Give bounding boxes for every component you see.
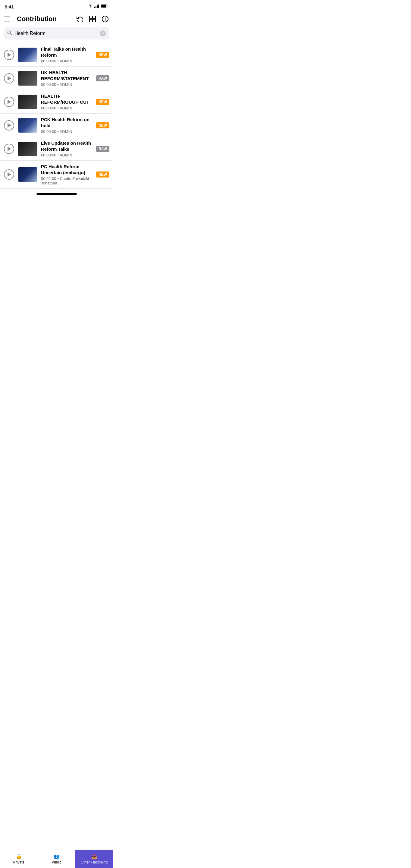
thumbnail-2 — [18, 71, 37, 86]
play-triangle-4 — [7, 123, 11, 127]
svg-rect-10 — [93, 19, 96, 22]
battery-icon — [101, 4, 108, 9]
play-icon-6 — [4, 169, 14, 180]
thumbnail-3 — [18, 95, 37, 109]
svg-rect-3 — [97, 5, 98, 8]
svg-line-15 — [10, 34, 12, 35]
signal-icon — [94, 4, 99, 9]
search-bar[interactable]: ✕ — [4, 27, 109, 39]
status-icons — [88, 4, 108, 9]
item-info-1: Final Talks on Health Reform 00:00:00 • … — [41, 46, 93, 63]
item-info-4: PCK Health Reform on hold 00:00:00 • ADM… — [41, 117, 93, 134]
search-icon — [7, 30, 12, 36]
item-info-6: PC Health Reform Uncertain (embargo) 00:… — [41, 164, 93, 185]
play-icon-1 — [4, 50, 14, 60]
page-title: Contribution — [17, 15, 72, 23]
add-button[interactable] — [101, 15, 109, 23]
grid-view-button[interactable] — [88, 15, 97, 23]
item-meta-5: 00:00:00 • ADMIN — [41, 153, 93, 157]
thumbnail-5 — [18, 142, 37, 156]
item-info-3: HEALTH-REFORM/ROUGH CUT 00:00:00 • ADMIN — [41, 93, 93, 110]
play-icon-3 — [4, 96, 14, 107]
item-info-5: Live Updates on Health Reform Talks 00:0… — [41, 140, 93, 157]
thumbnail-4 — [18, 118, 37, 133]
list-item[interactable]: PCK Health Reform on hold 00:00:00 • ADM… — [0, 114, 113, 137]
play-triangle-3 — [7, 100, 11, 104]
play-triangle-6 — [7, 173, 11, 177]
play-triangle-1 — [7, 53, 11, 57]
svg-rect-2 — [96, 6, 96, 8]
item-badge-4: NEW — [96, 122, 109, 128]
list-item[interactable]: HEALTH-REFORM/ROUGH CUT 00:00:00 • ADMIN… — [0, 90, 113, 114]
play-circle-5 — [4, 144, 14, 154]
status-bar: 9:41 — [0, 0, 113, 12]
item-meta-2: 00:00:00 • ADMIN — [41, 82, 93, 87]
header-actions — [76, 15, 109, 23]
item-badge-3: NEW — [96, 99, 109, 105]
item-meta-4: 00:00:00 • ADMIN — [41, 129, 93, 134]
play-triangle-5 — [7, 147, 11, 151]
item-title-6: PC Health Reform Uncertain (embargo) — [41, 164, 93, 176]
item-badge-1: NEW — [96, 52, 109, 58]
thumbnail-6 — [18, 167, 37, 182]
search-clear-button[interactable]: ✕ — [100, 30, 106, 36]
item-title-3: HEALTH-REFORM/ROUGH CUT — [41, 93, 93, 105]
play-circle-4 — [4, 120, 14, 130]
list-item[interactable]: PC Health Reform Uncertain (embargo) 00:… — [0, 161, 113, 189]
svg-point-0 — [90, 7, 91, 8]
search-input[interactable] — [14, 31, 97, 36]
item-badge-2: RAW — [96, 75, 109, 82]
svg-rect-4 — [98, 4, 99, 8]
thumbnail-1 — [18, 48, 37, 62]
home-indicator — [0, 189, 113, 199]
header: Contribution — [0, 12, 113, 27]
item-meta-6: 00:02:00 • Coutts-Zawadzki Jonathan — [41, 176, 93, 185]
svg-rect-8 — [93, 16, 96, 19]
item-title-5: Live Updates on Health Reform Talks — [41, 140, 93, 152]
svg-rect-1 — [94, 7, 95, 8]
list-item[interactable]: Final Talks on Health Reform 00:00:00 • … — [0, 43, 113, 67]
status-time: 9:41 — [5, 4, 14, 9]
item-meta-1: 00:00:00 • ADMIN — [41, 59, 93, 63]
play-circle-2 — [4, 73, 14, 84]
item-badge-5: RAW — [96, 146, 109, 152]
play-circle-1 — [4, 50, 14, 60]
results-list: Final Talks on Health Reform 00:00:00 • … — [0, 43, 113, 189]
item-meta-3: 00:00:00 • ADMIN — [41, 106, 93, 110]
play-icon-5 — [4, 144, 14, 154]
item-info-2: UK-HEALTH REFORM/STATEMENT 00:00:00 • AD… — [41, 70, 93, 87]
menu-button[interactable] — [4, 14, 13, 24]
list-item[interactable]: UK-HEALTH REFORM/STATEMENT 00:00:00 • AD… — [0, 67, 113, 90]
home-indicator-bar — [36, 193, 77, 195]
wifi-icon — [88, 4, 93, 9]
play-circle-3 — [4, 97, 14, 107]
play-triangle-2 — [7, 76, 11, 81]
item-badge-6: NEW — [96, 172, 109, 178]
refresh-button[interactable] — [76, 15, 84, 23]
play-circle-6 — [4, 169, 14, 180]
item-title-4: PCK Health Reform on hold — [41, 117, 93, 128]
svg-rect-6 — [101, 5, 106, 7]
svg-rect-9 — [90, 19, 92, 22]
item-title-2: UK-HEALTH REFORM/STATEMENT — [41, 70, 93, 82]
svg-rect-7 — [90, 16, 92, 19]
list-item[interactable]: Live Updates on Health Reform Talks 00:0… — [0, 137, 113, 161]
item-title-1: Final Talks on Health Reform — [41, 46, 93, 58]
play-icon-2 — [4, 73, 14, 84]
play-icon-4 — [4, 120, 14, 131]
